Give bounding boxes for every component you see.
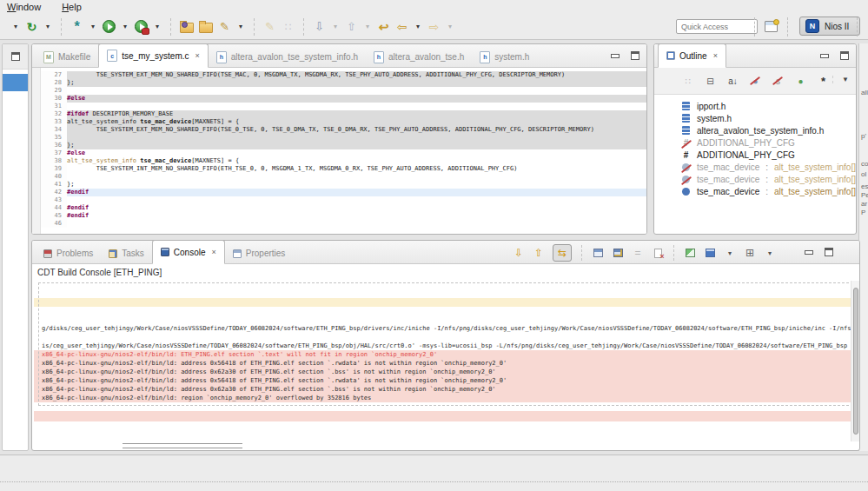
tab-problems[interactable]: Problems	[36, 243, 101, 263]
collapsed-view-rail[interactable]	[2, 43, 29, 451]
code-line-row[interactable]: 27 TSE_SYSTEM_EXT_MEM_NO_SHARED_FIFO(TSE…	[41, 71, 646, 79]
menu-help[interactable]: Help	[62, 2, 82, 12]
prev-annotation-arrow[interactable]: ▾	[364, 18, 371, 36]
minimize-outline-button[interactable]	[819, 51, 829, 60]
code-line-row[interactable]: 28};	[41, 79, 646, 87]
build-icon[interactable]: ↻	[25, 18, 38, 36]
code-line-row[interactable]: 33alt_tse_system_info tse_mac_device[MAX…	[41, 118, 646, 126]
console-line[interactable]: x86_64-pc-linux-gnu/nios2-elf/bin/ld: re…	[34, 394, 851, 402]
coverage-menu-arrow[interactable]: ▾	[154, 18, 161, 36]
debug-icon[interactable]: *	[70, 18, 83, 36]
scrollbar-thumb[interactable]	[853, 288, 858, 435]
scroll-lock-icon[interactable]	[592, 245, 604, 261]
outline-item[interactable]: tse_mac_device:alt_tse_system_info[]	[654, 161, 856, 173]
hide-non-public-icon[interactable]: ●	[795, 75, 806, 87]
back-menu-arrow[interactable]: ▾	[414, 18, 421, 36]
maximize-console-button[interactable]	[824, 248, 833, 256]
console-line[interactable]: x86_64-pc-linux-gnu/nios2-elf/bin/ld: ad…	[34, 376, 851, 385]
code-line-row[interactable]: 34 TSE_SYSTEM_EXT_MEM_NO_SHARED_FIFO(TSE…	[41, 126, 646, 134]
code-line-row[interactable]: 46	[41, 220, 646, 228]
code-line-row[interactable]: 43	[41, 196, 646, 204]
next-annotation-icon[interactable]: ⇩	[313, 18, 326, 36]
hide-inactive-icon[interactable]: *	[818, 75, 829, 87]
clear-console-icon[interactable]	[652, 245, 664, 261]
outline-item[interactable]: #ADDITIONAL_PHY_CFG	[654, 136, 856, 149]
console-vertical-scrollbar[interactable]	[851, 281, 859, 441]
view-menu-arrow-icon[interactable]: ▼	[832, 76, 849, 83]
mark-occurrences-disabled-icon[interactable]: ∷	[282, 18, 295, 36]
open-project-icon[interactable]	[180, 18, 194, 36]
run-coverage-icon[interactable]	[135, 18, 148, 36]
code-line-row[interactable]: 38alt_tse_system_info tse_mac_device[MAX…	[41, 157, 646, 165]
code-line-row[interactable]: 31	[41, 103, 646, 110]
code-line-row[interactable]: 45#endif	[41, 212, 646, 220]
console-line[interactable]	[34, 289, 851, 298]
open-perspective-icon[interactable]	[765, 21, 778, 32]
build-menu-arrow[interactable]: ▾	[44, 18, 51, 36]
pin-console-icon[interactable]	[684, 245, 696, 261]
search-brush-icon[interactable]: ✎	[218, 18, 231, 36]
open-console-icon[interactable]: ⊞	[744, 245, 756, 261]
pin-scroll-icon[interactable]	[612, 245, 624, 261]
code-line-row[interactable]: 36};	[41, 142, 646, 149]
code-line-row[interactable]: 29	[41, 87, 646, 95]
word-wrap-icon[interactable]: =	[632, 245, 644, 261]
open-console-menu-arrow[interactable]: ▾	[764, 245, 776, 261]
outline-item[interactable]: tse_mac_device:alt_tse_system_info[]	[654, 185, 856, 197]
close-outline-icon[interactable]: ×	[713, 51, 718, 60]
tab-tasks[interactable]: Tasks	[101, 243, 152, 263]
next-error-icon[interactable]: ⇩	[513, 245, 525, 261]
code-editor[interactable]: 27 TSE_SYSTEM_EXT_MEM_NO_SHARED_FIFO(TSE…	[32, 68, 646, 234]
debug-menu-arrow[interactable]: ▾	[89, 18, 96, 36]
editor-tab-altera-avalon-tse-h[interactable]: haltera_avalon_tse.h	[366, 47, 472, 67]
editor-tab-tse-my-system-c[interactable]: ctse_my_system.c×	[98, 43, 209, 68]
console-line[interactable]: x86_64-pc-linux-gnu/nios2-elf/bin/ld: ET…	[34, 350, 851, 359]
code-line-row[interactable]: 41};	[41, 181, 646, 189]
forward-menu-arrow[interactable]: ▾	[447, 18, 454, 36]
console-line[interactable]: g/disks/ceg_user_tehjingy/Work/Case/nios…	[34, 324, 851, 333]
console-line[interactable]	[34, 333, 851, 342]
annotate-disabled-icon[interactable]: ✎	[263, 18, 276, 36]
hide-fields-icon[interactable]: ●	[750, 75, 761, 87]
console-line[interactable]	[34, 411, 851, 421]
sort-icon[interactable]: a↓	[727, 75, 739, 87]
console-line[interactable]	[34, 298, 851, 307]
console-line[interactable]: x86_64-pc-linux-gnu/nios2-elf/bin/ld: ad…	[34, 359, 851, 368]
code-line-row[interactable]: 44#endif	[41, 204, 646, 212]
last-edit-location-icon[interactable]: ↩	[377, 18, 390, 36]
open-folder-icon[interactable]	[199, 18, 213, 36]
code-line-row[interactable]: 42#endif	[41, 189, 646, 196]
link-with-editor-icon[interactable]: ∷	[682, 75, 693, 87]
code-line-row[interactable]: 39 TSE_SYSTEM_INT_MEM_NO_SHARED_FIFO(ETH…	[41, 165, 646, 173]
run-menu-arrow[interactable]: ▾	[122, 18, 129, 36]
code-line-row[interactable]: 40	[41, 173, 646, 181]
outline-item[interactable]: #ADDITIONAL_PHY_CFG	[654, 149, 856, 161]
console-line[interactable]	[34, 281, 851, 289]
close-tab-icon[interactable]: ×	[195, 51, 200, 60]
rail-selected-view[interactable]	[3, 74, 28, 91]
tab-properties[interactable]: Properties	[225, 243, 294, 263]
outline-item[interactable]: system.h	[654, 112, 856, 124]
quick-access-input[interactable]	[676, 19, 758, 34]
maximize-outline-button[interactable]	[839, 51, 849, 60]
code-line-row[interactable]: 30#else	[41, 95, 646, 103]
new-menu-arrow[interactable]: ▾	[12, 18, 19, 36]
console-line[interactable]	[34, 402, 851, 411]
nios2-perspective-button[interactable]: N Nios II	[799, 17, 860, 36]
editor-tab-makefile[interactable]: MMakefile	[36, 47, 98, 67]
code-line-row[interactable]: 35	[41, 134, 646, 142]
console-line[interactable]	[34, 307, 851, 315]
back-icon[interactable]: ⇦	[395, 18, 408, 36]
display-selected-console-icon[interactable]	[704, 245, 716, 261]
show-error-toggle[interactable]: ⇆	[553, 244, 572, 262]
code-line-row[interactable]: 32#ifdef DESCRIPTOR_MEMORY_BASE	[41, 110, 646, 118]
hide-static-icon[interactable]: s	[772, 75, 784, 87]
tab-outline[interactable]: Outline ×	[658, 43, 726, 68]
display-console-menu-arrow[interactable]: ▾	[724, 245, 736, 261]
prev-annotation-icon[interactable]: ⇧	[345, 18, 358, 36]
console-line[interactable]	[34, 315, 851, 324]
search-menu-arrow[interactable]: ▾	[237, 18, 244, 36]
console-line[interactable]: x86_64-pc-linux-gnu/nios2-elf/bin/ld: ad…	[34, 368, 851, 376]
maximize-editor-button[interactable]	[630, 51, 639, 60]
editor-tab-altera-avalon-tse-system-info-h[interactable]: haltera_avalon_tse_system_info.h	[209, 47, 366, 67]
